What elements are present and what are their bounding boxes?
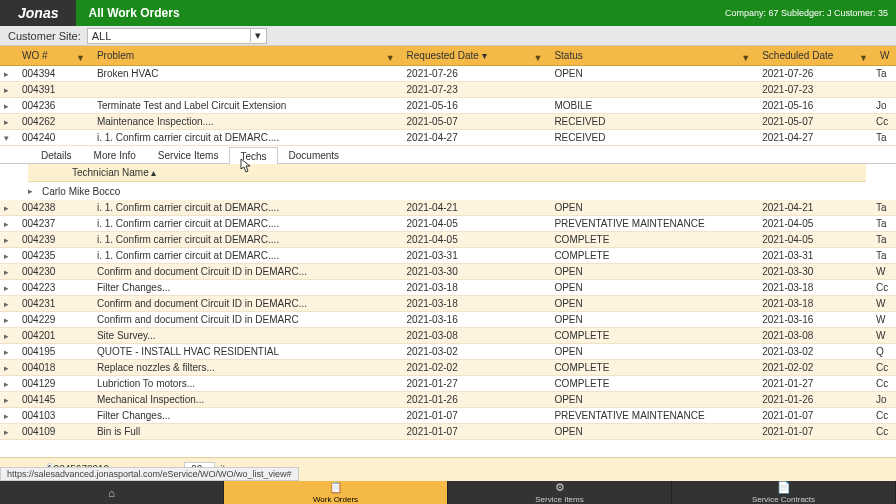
table-row[interactable]: ▸004238i. 1. Confirm carrier circuit at … xyxy=(0,200,896,216)
bottom-nav-serviceitems[interactable]: ⚙Service Items xyxy=(448,481,672,504)
row-expander-icon[interactable]: ▸ xyxy=(0,363,14,373)
table-row[interactable]: ▸004262Maintenance Inspection....2021-05… xyxy=(0,114,896,130)
table-rows-bottom: ▸004238i. 1. Confirm carrier circuit at … xyxy=(0,200,896,440)
table-row[interactable]: ▸0043912021-07-232021-07-23 xyxy=(0,82,896,98)
row-expander-icon[interactable]: ▸ xyxy=(0,283,14,293)
row-expander-icon[interactable]: ▸ xyxy=(0,379,14,389)
table-row[interactable]: ▸004109Bin is Full2021-01-07OPEN2021-01-… xyxy=(0,424,896,440)
cell-status: OPEN xyxy=(546,298,754,309)
cell-requested: 2021-03-18 xyxy=(399,282,547,293)
col-wo[interactable]: WO #▼ xyxy=(14,50,89,61)
cell-requested: 2021-05-07 xyxy=(399,116,547,127)
cell-requested: 2021-01-27 xyxy=(399,378,547,389)
row-expander-icon[interactable]: ▸ xyxy=(0,117,14,127)
cell-requested: 2021-03-18 xyxy=(399,298,547,309)
cell-status: COMPLETE xyxy=(546,378,754,389)
cell-last: Cc xyxy=(872,362,896,373)
dropdown-icon[interactable]: ▾ xyxy=(250,29,266,42)
tab-documents[interactable]: Documents xyxy=(278,146,351,163)
cell-status: MOBILE xyxy=(546,100,754,111)
cell-requested: 2021-03-08 xyxy=(399,330,547,341)
table-row[interactable]: ▸004230Confirm and document Circuit ID i… xyxy=(0,264,896,280)
filter-icon[interactable]: ▼ xyxy=(386,53,395,63)
row-expander-icon[interactable]: ▸ xyxy=(0,101,14,111)
bottom-nav-workorders[interactable]: 📋Work Orders xyxy=(224,481,448,504)
cell-status: RECEIVED xyxy=(546,132,754,143)
row-expander-icon[interactable]: ▸ xyxy=(0,235,14,245)
col-scheduled-date[interactable]: Scheduled Date▼ xyxy=(754,50,872,61)
row-expander-icon[interactable]: ▸ xyxy=(0,69,14,79)
col-last[interactable]: W xyxy=(872,50,896,61)
col-requested-date[interactable]: Requested Date ▾▼ xyxy=(399,50,547,61)
tab-service-items[interactable]: Service Items xyxy=(147,146,230,163)
row-expander-icon[interactable]: ▸ xyxy=(0,411,14,421)
table-row[interactable]: ▾004240i. 1. Confirm carrier circuit at … xyxy=(0,130,896,146)
row-expander-icon[interactable]: ▾ xyxy=(0,133,14,143)
table-row[interactable]: ▸004231Confirm and document Circuit ID i… xyxy=(0,296,896,312)
col-problem[interactable]: Problem▼ xyxy=(89,50,399,61)
table-row[interactable]: ▸004239i. 1. Confirm carrier circuit at … xyxy=(0,232,896,248)
table-row[interactable]: ▸004201Site Survey...2021-03-08COMPLETE2… xyxy=(0,328,896,344)
table-row[interactable]: ▸004223Filter Changes...2021-03-18OPEN20… xyxy=(0,280,896,296)
cell-status: PREVENTATIVE MAINTENANCE xyxy=(546,218,754,229)
cell-wo: 004240 xyxy=(14,132,89,143)
cell-status: COMPLETE xyxy=(546,234,754,245)
table-row[interactable]: ▸004103Filter Changes...2021-01-07PREVEN… xyxy=(0,408,896,424)
cell-problem: Terminate Test and Label Circuit Extensi… xyxy=(89,100,399,111)
bottom-nav: ⌂ 📋Work Orders ⚙Service Items 📄Service C… xyxy=(0,481,896,504)
customer-site-select[interactable]: ALL ▾ xyxy=(87,28,267,44)
table-row[interactable]: ▸004145Mechanical Inspection...2021-01-2… xyxy=(0,392,896,408)
cell-last: W xyxy=(872,298,896,309)
row-expander-icon[interactable]: ▸ xyxy=(0,395,14,405)
tech-row[interactable]: ▸ Carlo Mike Bocco xyxy=(0,182,896,200)
table-row[interactable]: ▸004237i. 1. Confirm carrier circuit at … xyxy=(0,216,896,232)
row-expander-icon[interactable]: ▸ xyxy=(0,299,14,309)
table-row[interactable]: ▸004129Lubriction To motors...2021-01-27… xyxy=(0,376,896,392)
bottom-nav-home[interactable]: ⌂ xyxy=(0,481,224,504)
table-row[interactable]: ▸004235i. 1. Confirm carrier circuit at … xyxy=(0,248,896,264)
row-expander-icon[interactable]: ▸ xyxy=(0,85,14,95)
filter-icon[interactable]: ▼ xyxy=(533,53,542,63)
bottom-nav-contracts[interactable]: 📄Service Contracts xyxy=(672,481,896,504)
cell-scheduled: 2021-04-27 xyxy=(754,132,872,143)
cell-wo: 004201 xyxy=(14,330,89,341)
row-expander-icon[interactable]: ▸ xyxy=(0,315,14,325)
cell-problem: i. 1. Confirm carrier circuit at DEMARC.… xyxy=(89,250,399,261)
row-expander-icon[interactable]: ▸ xyxy=(0,219,14,229)
filter-icon[interactable]: ▼ xyxy=(741,53,750,63)
row-expander-icon[interactable]: ▸ xyxy=(0,267,14,277)
row-expander-icon[interactable]: ▸ xyxy=(0,331,14,341)
cell-requested: 2021-03-30 xyxy=(399,266,547,277)
cell-last: Ta xyxy=(872,234,896,245)
tech-expander-icon[interactable]: ▸ xyxy=(28,186,42,196)
cell-requested: 2021-01-26 xyxy=(399,394,547,405)
cell-wo: 004018 xyxy=(14,362,89,373)
cell-requested: 2021-05-16 xyxy=(399,100,547,111)
table-row[interactable]: ▸004195QUOTE - INSTALL HVAC RESIDENTIAL2… xyxy=(0,344,896,360)
cell-problem: Filter Changes... xyxy=(89,282,399,293)
filter-icon[interactable]: ▼ xyxy=(76,53,85,63)
row-expander-icon[interactable]: ▸ xyxy=(0,251,14,261)
page-title: All Work Orders xyxy=(76,6,724,20)
tab-more-info[interactable]: More Info xyxy=(83,146,147,163)
cell-scheduled: 2021-03-18 xyxy=(754,282,872,293)
row-expander-icon[interactable]: ▸ xyxy=(0,347,14,357)
cell-wo: 004238 xyxy=(14,202,89,213)
brand-logo[interactable]: Jonas xyxy=(0,0,76,26)
table-row[interactable]: ▸004018Replace nozzles & filters...2021-… xyxy=(0,360,896,376)
cell-problem: Broken HVAC xyxy=(89,68,399,79)
table-row[interactable]: ▸004236Terminate Test and Label Circuit … xyxy=(0,98,896,114)
cell-requested: 2021-07-23 xyxy=(399,84,547,95)
tab-techs[interactable]: Techs xyxy=(229,147,277,164)
cell-wo: 004145 xyxy=(14,394,89,405)
tab-details[interactable]: Details xyxy=(30,146,83,163)
filter-icon[interactable]: ▼ xyxy=(859,53,868,63)
tech-header[interactable]: Technician Name ▴ xyxy=(28,164,866,182)
row-expander-icon[interactable]: ▸ xyxy=(0,427,14,437)
col-status[interactable]: Status▼ xyxy=(546,50,754,61)
cell-status: COMPLETE xyxy=(546,250,754,261)
row-expander-icon[interactable]: ▸ xyxy=(0,203,14,213)
table-row[interactable]: ▸004394Broken HVAC2021-07-26OPEN2021-07-… xyxy=(0,66,896,82)
top-context[interactable]: Company: 67 Subledger: J Customer: 35 xyxy=(725,8,896,18)
table-row[interactable]: ▸004229Confirm and document Circuit ID i… xyxy=(0,312,896,328)
